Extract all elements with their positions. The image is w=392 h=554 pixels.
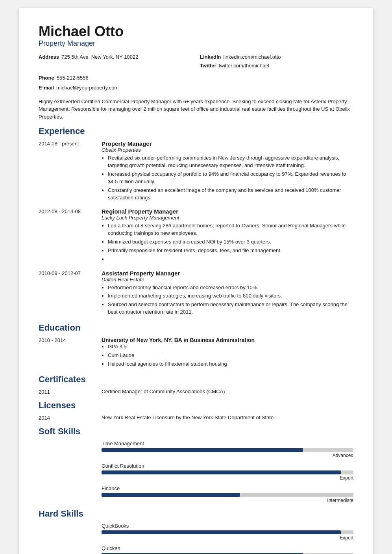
bullet-item: Performed monthly financial reports and … [108, 284, 353, 292]
email-label: E-mail [39, 84, 54, 92]
skill-bar-fill [102, 493, 240, 497]
contact-grid: Address 725 5th Ave, New York, NY 10022 … [39, 53, 353, 71]
education-content: University of New York, NY, BA in Busine… [102, 337, 353, 369]
skill-bar-fill [102, 530, 341, 534]
twitter-label: Twitter [200, 62, 216, 70]
bullet-item: Primarily responsible for resident rents… [108, 247, 353, 255]
linkedin-value: linkedin.com/michael.otto [223, 53, 281, 61]
bullet-item [108, 256, 353, 263]
job-title: Assistant Property Manager [102, 270, 353, 277]
skill-data-col: Conflict ResolutionExpert [102, 463, 353, 481]
hard-skills-list: QuickBooksExpertQuickenAdvancedMLSAdvanc… [39, 523, 353, 554]
skill-data-col: FinanceIntermediate [102, 485, 353, 503]
skill-name: QuickBooks [102, 523, 353, 529]
address-value: 725 5th Ave, New York, NY 10022 [61, 53, 138, 61]
bullet-list: Performed monthly financial reports and … [102, 284, 353, 316]
contact-address: Address 725 5th Ave, New York, NY 10022 [39, 53, 192, 61]
education-section-title: Education [39, 323, 353, 334]
skill-data-col: QuickBooksExpert [102, 523, 353, 541]
skill-item: QuickenAdvanced [39, 545, 353, 554]
twitter-value: twitter.com/themichael [219, 62, 270, 70]
experience-content: Assistant Property ManagerDalton Real Es… [102, 270, 353, 317]
job-title: Regional Property Manager [102, 208, 353, 215]
license-date: 2014 [39, 415, 102, 421]
education-bullet-item: Cum Laude [108, 352, 353, 359]
contact-linkedin: LinkedIn linkedin.com/michael.otto [200, 53, 353, 61]
education-bullet-list: GPA 3.5Cum LaudeHelped local agencies to… [102, 343, 353, 368]
skill-item: Conflict ResolutionExpert [39, 463, 353, 481]
bullet-item: Sourced and selected contractors to perf… [108, 301, 353, 316]
bullet-item: Revitalized six under-performing communi… [108, 154, 353, 169]
soft-skills-section-title: Soft Skills [39, 426, 353, 437]
skill-bar-background [102, 493, 353, 497]
skill-bar-background [102, 448, 353, 452]
education-item: 2010 - 2014University of New York, NY, B… [39, 337, 353, 369]
experience-item: 2010-09 - 2012-07Assistant Property Mana… [39, 270, 353, 317]
education-date: 2010 - 2014 [39, 337, 102, 369]
skill-item: FinanceIntermediate [39, 485, 353, 503]
skill-item: Time ManagementAdvanced [39, 441, 353, 458]
company-name: Dalton Real Estate [102, 277, 353, 283]
skill-name: Finance [102, 485, 353, 491]
education-list: 2010 - 2014University of New York, NY, B… [39, 337, 353, 369]
skill-bar-wrap: Intermediate [102, 493, 353, 503]
certificate-date: 2011 [39, 389, 102, 395]
license-text: New York Real Estate Licensure by the Ne… [102, 415, 274, 421]
skill-level-label: Expert [340, 475, 353, 481]
bullet-item: Increased physical occupancy of portfoli… [108, 171, 353, 186]
license-item: 2014New York Real Estate Licensure by th… [39, 415, 353, 421]
company-name: Obelix Properties [102, 147, 353, 153]
skill-label-spacer [39, 485, 102, 503]
skill-bar-wrap: Expert [102, 530, 353, 541]
job-title: Property Manager [102, 140, 353, 147]
soft-skills-list: Time ManagementAdvancedConflict Resoluti… [39, 441, 353, 503]
certificate-item: 2011Certified Manager of Community Assoc… [39, 389, 353, 395]
skill-data-col: Time ManagementAdvanced [102, 441, 353, 458]
experience-content: Property ManagerObelix PropertiesRevital… [102, 140, 353, 203]
email-value: michael@yourproperty.com [56, 84, 118, 92]
skill-bar-background [102, 530, 353, 534]
skill-label-spacer [39, 545, 102, 554]
experience-date: 2014-08 - present [39, 140, 102, 203]
phone-value: 555-212-5556 [57, 74, 89, 82]
skill-level-label: Advanced [333, 453, 353, 458]
skill-name: Conflict Resolution [102, 463, 353, 469]
certificates-section-title: Certificates [39, 374, 353, 385]
skill-name: Quicken [102, 545, 353, 551]
skill-data-col: QuickenAdvanced [102, 545, 353, 554]
summary-text: Highly extroverted Certified Commercial … [39, 98, 353, 121]
resume-container: Michael Otto Property Manager Address 72… [19, 8, 373, 554]
contact-phone: Phone 555-212-5556 [39, 74, 353, 82]
bullet-list: Led a team of 8 serving 286 apartment ho… [102, 222, 353, 263]
bullet-item: Constantly presented an excellent image … [108, 187, 353, 202]
candidate-name: Michael Otto [39, 24, 353, 39]
contact-twitter: Twitter twitter.com/themichael [200, 62, 353, 70]
licenses-section-title: Licenses [39, 400, 353, 411]
skill-bar-background [102, 470, 353, 474]
education-title: University of New York, NY, BA in Busine… [102, 337, 353, 343]
phone-label: Phone [39, 74, 54, 82]
skill-bar-fill [102, 448, 303, 452]
skill-level-label: Intermediate [327, 498, 353, 503]
experience-list: 2014-08 - presentProperty ManagerObelix … [39, 140, 353, 317]
experience-date: 2010-09 - 2012-07 [39, 270, 102, 317]
skill-name: Time Management [102, 441, 353, 446]
certificate-text: Certified Manager of Community Associati… [102, 389, 225, 395]
certificates-list: 2011Certified Manager of Community Assoc… [39, 389, 353, 395]
skill-bar-fill [102, 470, 341, 474]
linkedin-label: LinkedIn [200, 53, 221, 61]
skill-label-spacer [39, 463, 102, 481]
skill-item: QuickBooksExpert [39, 523, 353, 541]
bullet-item: Implemented marketing strategies, increa… [108, 292, 353, 300]
licenses-list: 2014New York Real Estate Licensure by th… [39, 415, 353, 421]
experience-item: 2012-08 - 2014-08Regional Property Manag… [39, 208, 353, 264]
bullet-list: Revitalized six under-performing communi… [102, 154, 353, 201]
education-bullet-item: Helped local agencies to fill external s… [108, 361, 353, 368]
hard-skills-section-title: Hard Skills [39, 509, 353, 520]
address-label: Address [39, 53, 59, 61]
skill-bar-wrap: Expert [102, 470, 353, 481]
contact-email: E-mail michael@yourproperty.com [39, 84, 353, 92]
experience-content: Regional Property ManagerLucky Luck Prop… [102, 208, 353, 264]
experience-item: 2014-08 - presentProperty ManagerObelix … [39, 140, 353, 203]
candidate-title: Property Manager [39, 39, 353, 48]
